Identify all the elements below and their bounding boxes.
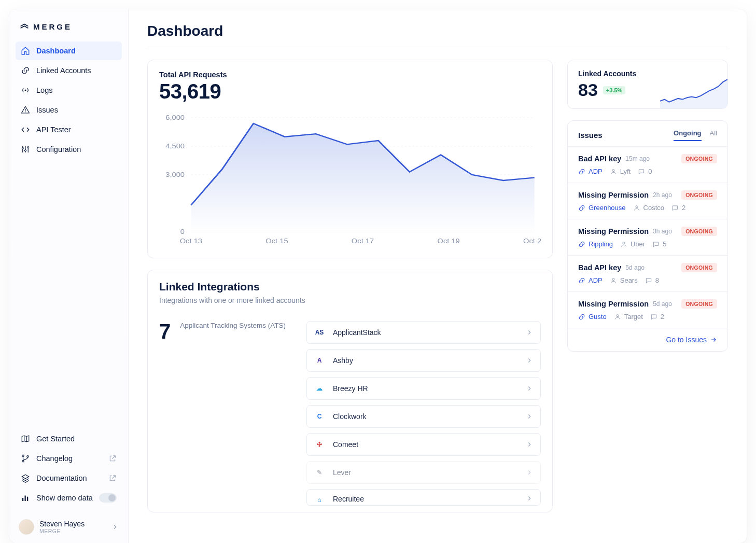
bars-icon <box>21 493 30 503</box>
integration-row[interactable]: ASApplicantStack <box>306 321 541 344</box>
svg-rect-13 <box>25 496 26 502</box>
chevron-right-icon <box>526 469 533 476</box>
integration-name: Recruitee <box>333 495 364 503</box>
home-icon <box>21 46 30 55</box>
integration-row[interactable]: AAshby <box>306 349 541 372</box>
user-org: MERGE <box>39 528 85 534</box>
issue-row[interactable]: Missing Permission5d agoONGOINGGustoTarg… <box>568 291 727 328</box>
integration-icon: A <box>314 355 325 366</box>
comment-icon <box>638 168 645 175</box>
issue-comments: 5 <box>652 240 666 248</box>
svg-point-31 <box>612 278 614 280</box>
comment-icon <box>652 241 660 248</box>
sidebar-item-api-tester[interactable]: API Tester <box>16 120 122 139</box>
sidebar-item-label: API Tester <box>36 126 71 134</box>
integration-name: ApplicantStack <box>333 328 381 337</box>
issue-org: Target <box>614 313 643 321</box>
integration-row[interactable]: ⌂Recruitee <box>306 489 541 506</box>
brand-text: MERGE <box>33 22 72 31</box>
api-requests-chart: 03,0004,5006,000Oct 13Oct 15Oct 17Oct 19… <box>159 113 541 247</box>
status-badge: ONGOING <box>681 263 717 272</box>
sparkline-icon <box>660 72 727 108</box>
svg-text:Oct 17: Oct 17 <box>352 238 374 244</box>
sidebar-item-get-started[interactable]: Get Started <box>16 429 122 448</box>
issue-row[interactable]: Missing Permission3h agoONGOINGRipplingU… <box>568 219 727 255</box>
sidebar-item-linked-accounts[interactable]: Linked Accounts <box>16 61 122 80</box>
issue-time: 2h ago <box>653 191 672 199</box>
demo-data-toggle[interactable] <box>99 493 117 503</box>
svg-rect-14 <box>27 497 28 501</box>
integration-icon: C <box>314 411 325 422</box>
sidebar-item-documentation[interactable]: Documentation <box>16 469 122 488</box>
issue-title: Bad API key <box>578 155 621 163</box>
sidebar-item-changelog[interactable]: Changelog <box>16 449 122 468</box>
integration-icon: ☁ <box>314 383 325 394</box>
sliders-icon <box>21 145 30 154</box>
sidebar-item-label: Dashboard <box>36 47 76 55</box>
sidebar-item-configuration[interactable]: Configuration <box>16 140 122 159</box>
sidebar-item-issues[interactable]: Issues <box>16 101 122 119</box>
sidebar-item-logs[interactable]: Logs <box>16 81 122 100</box>
comment-icon <box>650 313 657 321</box>
integration-name: Lever <box>333 468 351 477</box>
issue-row[interactable]: Missing Permission2h agoONGOINGGreenhous… <box>568 183 727 219</box>
integration-row[interactable]: CClockwork <box>306 405 541 428</box>
svg-point-29 <box>636 205 638 207</box>
tab-all[interactable]: All <box>710 129 717 141</box>
svg-text:Oct 19: Oct 19 <box>437 238 459 244</box>
svg-text:4,500: 4,500 <box>165 143 185 149</box>
linked-integrations-subtitle: Integrations with one or more linked acc… <box>159 296 541 304</box>
sidebar-item-label: Changelog <box>36 454 73 463</box>
link-icon <box>578 204 585 212</box>
svg-point-28 <box>612 169 614 171</box>
svg-point-30 <box>623 242 625 244</box>
linked-accounts-card[interactable]: Linked Accounts 83 +3.5% <box>567 60 728 109</box>
integration-row[interactable]: ✣Comeet <box>306 433 541 456</box>
external-link-icon <box>108 474 117 482</box>
integration-row[interactable]: ☁Breezy HR <box>306 377 541 400</box>
issue-integration: Gusto <box>578 313 607 321</box>
merge-logo-icon <box>20 22 29 31</box>
link-icon <box>21 66 30 75</box>
integration-row[interactable]: ✎Lever <box>306 461 541 484</box>
issue-time: 5d ago <box>653 300 672 308</box>
external-link-icon <box>108 454 117 463</box>
chevron-right-icon <box>526 441 533 448</box>
issues-card: Issues Ongoing All Bad API key15m agoONG… <box>567 120 728 352</box>
go-to-issues-label: Go to Issues <box>666 336 707 344</box>
chevron-right-icon <box>526 357 533 364</box>
svg-text:Oct 13: Oct 13 <box>180 238 202 244</box>
sidebar-item-label: Configuration <box>36 145 81 154</box>
issue-row[interactable]: Bad API key5d agoONGOINGADPSears8 <box>568 255 727 291</box>
sidebar-item-demo-data[interactable]: Show demo data <box>16 489 122 507</box>
svg-point-7 <box>25 150 26 151</box>
user-icon <box>610 277 617 284</box>
user-name: Steven Hayes <box>39 520 85 528</box>
issue-integration: ADP <box>578 168 603 175</box>
page-title: Dashboard <box>147 23 728 39</box>
issue-title: Bad API key <box>578 263 621 272</box>
status-badge: ONGOING <box>681 190 717 200</box>
svg-point-11 <box>27 456 29 457</box>
branch-icon <box>21 454 30 463</box>
issue-comments: 2 <box>671 204 685 212</box>
user-icon <box>620 241 627 248</box>
go-to-issues-link[interactable]: Go to Issues <box>666 336 717 344</box>
user-menu[interactable]: Steven Hayes MERGE <box>16 513 122 535</box>
linked-integrations-count: 7 <box>159 321 171 506</box>
api-requests-label: Total API Requests <box>159 71 541 79</box>
linked-integrations-category: Applicant Tracking Systems (ATS) <box>180 321 286 506</box>
integration-name: Comeet <box>333 440 358 449</box>
warning-icon <box>21 105 30 115</box>
issues-tabs: Ongoing All <box>674 129 717 141</box>
issue-row[interactable]: Bad API key15m agoONGOINGADPLyft0 <box>568 146 727 183</box>
svg-point-2 <box>25 112 26 113</box>
tab-ongoing[interactable]: Ongoing <box>674 129 701 141</box>
issue-title: Missing Permission <box>578 191 649 199</box>
sidebar-item-dashboard[interactable]: Dashboard <box>16 41 122 60</box>
issue-comments: 0 <box>638 168 652 175</box>
issue-org: Lyft <box>610 168 631 175</box>
status-badge: ONGOING <box>681 154 717 163</box>
linked-accounts-value: 83 <box>578 80 598 100</box>
svg-point-9 <box>22 455 24 456</box>
